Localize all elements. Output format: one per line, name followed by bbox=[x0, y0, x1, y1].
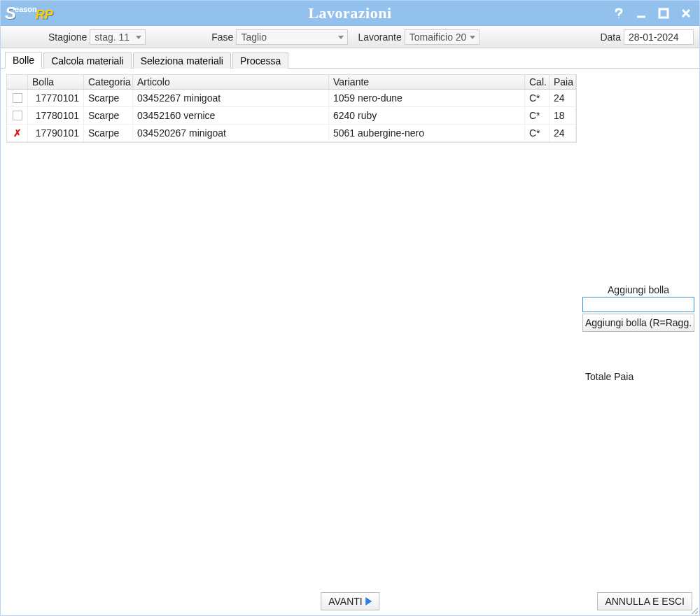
help-button[interactable] bbox=[610, 4, 628, 22]
annulla-esci-button[interactable]: ANNULLA E ESCI bbox=[597, 592, 692, 610]
error-x-icon: ✗ bbox=[13, 127, 22, 139]
row-check[interactable] bbox=[7, 90, 28, 106]
add-bolla-button[interactable]: Aggiungi bolla (R=Ragg. bbox=[582, 314, 694, 332]
header-paia[interactable]: Paia bbox=[550, 75, 576, 89]
fase-value: Taglio bbox=[241, 31, 267, 43]
cell-bolla: 17780101 bbox=[28, 107, 84, 124]
lavorante-label: Lavorante bbox=[358, 31, 401, 43]
window-title: Lavorazioni bbox=[308, 4, 391, 22]
side-panel: Aggiungi bolla Aggiungi bolla (R=Ragg. T… bbox=[582, 69, 699, 587]
fase-label: Fase bbox=[211, 31, 233, 43]
avanti-button[interactable]: AVANTI bbox=[321, 592, 379, 610]
checkbox-icon[interactable] bbox=[13, 111, 22, 120]
cell-variante: 6240 ruby bbox=[329, 107, 525, 124]
cell-articolo: 03452160 vernice bbox=[133, 107, 329, 124]
logo-sup: eason bbox=[15, 5, 37, 13]
cell-paia: 24 bbox=[550, 90, 576, 106]
grid-area: Bolla Categoria Articolo Variante Cal. P… bbox=[1, 69, 582, 587]
data-label: Data bbox=[600, 31, 621, 43]
stagione-label: Stagione bbox=[48, 31, 87, 43]
table-row[interactable]: ✗17790101Scarpe034520267 minigoat5061 au… bbox=[7, 125, 576, 142]
annulla-label: ANNULLA E ESCI bbox=[605, 596, 685, 607]
cell-cal: C* bbox=[525, 107, 550, 124]
cell-cal: C* bbox=[525, 125, 550, 141]
cell-variante: 1059 nero-dune bbox=[329, 90, 525, 106]
cell-paia: 18 bbox=[550, 107, 576, 124]
stagione-value: stag. 11 bbox=[94, 31, 130, 43]
header-bolla[interactable]: Bolla bbox=[28, 75, 84, 89]
cell-variante: 5061 aubergine-nero bbox=[329, 125, 525, 141]
lavorante-value: Tomaificio 20 bbox=[410, 31, 467, 43]
minimize-button[interactable] bbox=[632, 4, 650, 22]
add-bolla-label: Aggiungi bolla bbox=[582, 284, 694, 295]
titlebar: S eason RP Lavorazioni bbox=[1, 1, 699, 26]
tab-seleziona-materiali[interactable]: Seleziona materiali bbox=[133, 52, 231, 69]
window-controls bbox=[610, 4, 695, 22]
resize-grip[interactable] bbox=[690, 606, 698, 614]
play-icon bbox=[365, 597, 372, 606]
cell-bolla: 17770101 bbox=[28, 90, 84, 106]
cell-paia: 24 bbox=[550, 125, 576, 141]
close-button[interactable] bbox=[677, 4, 695, 22]
cell-cal: C* bbox=[525, 90, 550, 106]
cell-categoria: Scarpe bbox=[84, 125, 133, 141]
row-check[interactable]: ✗ bbox=[7, 125, 28, 141]
content: Bolla Categoria Articolo Variante Cal. P… bbox=[1, 69, 699, 587]
stagione-combo[interactable]: stag. 11 bbox=[90, 29, 146, 45]
tab-label: Calcola materiali bbox=[51, 55, 123, 66]
svg-point-0 bbox=[618, 17, 620, 18]
cell-articolo: 03452267 minigoat bbox=[133, 90, 329, 106]
header-cal[interactable]: Cal. bbox=[525, 75, 550, 89]
lavorante-combo[interactable]: Tomaificio 20 bbox=[405, 29, 480, 45]
tab-calcola-materiali[interactable]: Calcola materiali bbox=[43, 52, 131, 69]
checkbox-icon[interactable] bbox=[13, 93, 22, 103]
grid: Bolla Categoria Articolo Variante Cal. P… bbox=[6, 74, 577, 143]
add-bolla-button-label: Aggiungi bolla (R=Ragg. bbox=[585, 317, 692, 328]
row-check[interactable] bbox=[7, 107, 28, 124]
data-field[interactable]: 28-01-2024 bbox=[624, 29, 694, 45]
header-categoria[interactable]: Categoria bbox=[84, 75, 133, 89]
tabs: Bolle Calcola materiali Seleziona materi… bbox=[1, 51, 699, 69]
tab-bolle[interactable]: Bolle bbox=[5, 52, 42, 69]
cell-articolo: 034520267 minigoat bbox=[133, 125, 329, 141]
tab-label: Processa bbox=[240, 55, 281, 66]
window: S eason RP Lavorazioni Stagione stag. 11 bbox=[0, 0, 700, 616]
avanti-label: AVANTI bbox=[328, 596, 363, 607]
tab-label: Bolle bbox=[13, 55, 34, 66]
tab-processa[interactable]: Processa bbox=[232, 52, 288, 69]
table-row[interactable]: 17780101Scarpe03452160 vernice6240 rubyC… bbox=[7, 107, 576, 125]
grid-header: Bolla Categoria Articolo Variante Cal. P… bbox=[7, 75, 576, 90]
cell-bolla: 17790101 bbox=[28, 125, 84, 141]
app-logo: S eason RP bbox=[5, 4, 53, 23]
header-check[interactable] bbox=[7, 75, 28, 89]
grid-body: 17770101Scarpe03452267 minigoat1059 nero… bbox=[7, 90, 576, 142]
maximize-button[interactable] bbox=[654, 4, 673, 22]
svg-rect-2 bbox=[659, 9, 668, 18]
cell-categoria: Scarpe bbox=[84, 90, 133, 106]
cell-categoria: Scarpe bbox=[84, 107, 133, 124]
totale-paia-label: Totale Paia bbox=[582, 371, 694, 382]
data-value: 28-01-2024 bbox=[629, 31, 679, 43]
toolbar: Stagione stag. 11 Fase Taglio Lavorante … bbox=[1, 26, 699, 48]
footer: AVANTI ANNULLA E ESCI bbox=[1, 587, 699, 615]
tab-label: Seleziona materiali bbox=[141, 55, 223, 66]
header-articolo[interactable]: Articolo bbox=[133, 75, 329, 89]
fase-combo[interactable]: Taglio bbox=[236, 29, 348, 45]
add-bolla-input[interactable] bbox=[582, 297, 694, 312]
logo-rp: RP bbox=[36, 8, 53, 22]
table-row[interactable]: 17770101Scarpe03452267 minigoat1059 nero… bbox=[7, 90, 576, 107]
header-variante[interactable]: Variante bbox=[329, 75, 525, 89]
